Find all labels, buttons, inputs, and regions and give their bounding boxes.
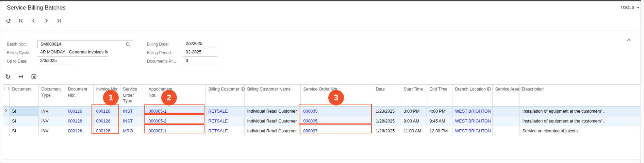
undo-icon: ↺ — [6, 18, 11, 24]
go-last-icon — [56, 18, 62, 23]
column-header-start-time[interactable]: Start Time — [401, 85, 427, 106]
column-header-billing-customer-id[interactable]: Billing Customer ID — [205, 85, 244, 106]
link-service-order-type[interactable]: INST — [123, 109, 133, 114]
chevron-up-icon — [626, 37, 631, 42]
cell-document-nbr[interactable]: 000126 — [65, 116, 93, 126]
cell-service-order-type[interactable]: MRO — [120, 126, 146, 136]
cell-branch-location-id[interactable]: WEST BRIGHTON — [452, 116, 492, 126]
grid-selector-header[interactable] — [3, 85, 9, 106]
billing-date-value: 2/3/2025 — [183, 40, 217, 48]
column-header-label: Document — [12, 86, 32, 93]
cell-invoice-nbr[interactable]: 000126 — [93, 126, 120, 136]
table-row[interactable]: SIINV000126000126INST000005-2RETSALEIndi… — [3, 116, 640, 126]
link-document-nbr[interactable]: 000126 — [68, 129, 82, 133]
table-row[interactable]: SIINV000126000126INST000005-1RETSALEIndi… — [3, 106, 640, 116]
cell-invoice-nbr[interactable]: 000126 — [93, 116, 120, 126]
cell-service-order-nbr[interactable]: 000005 — [300, 116, 373, 126]
link-appointment-nbr[interactable]: 000005-2 — [149, 119, 167, 124]
collapse-panel-button[interactable] — [626, 37, 632, 43]
cell-billing-customer-id[interactable]: RETSALE — [205, 116, 244, 126]
link-invoice-nbr[interactable]: 000126 — [96, 109, 111, 114]
tools-menu-button[interactable]: TOOLS — [621, 5, 640, 10]
link-invoice-nbr[interactable]: 000126 — [96, 129, 111, 133]
cell-service-order-nbr[interactable]: 000005 — [300, 106, 373, 116]
link-branch-location-id[interactable]: WEST BRIGHTON — [455, 129, 491, 133]
cell-branch-location-id[interactable]: WEST BRIGHTON — [452, 106, 492, 116]
value-document-type: INV — [42, 129, 49, 133]
link-document-nbr[interactable]: 000126 — [68, 119, 82, 124]
link-service-order-nbr[interactable]: 000007 — [303, 129, 318, 133]
column-header-document-type[interactable]: Document Type — [38, 85, 65, 106]
column-header-label: Description — [523, 86, 544, 93]
link-service-order-type[interactable]: MRO — [123, 129, 133, 133]
go-previous-button[interactable] — [30, 17, 37, 25]
billing-period-label: Billing Period: — [147, 50, 182, 55]
cell-document-nbr[interactable]: 000126 — [65, 106, 93, 116]
column-header-service-order-nbr[interactable]: Service Order Nbr. — [300, 85, 373, 106]
fit-to-width-button[interactable] — [17, 73, 24, 80]
cell-branch-location-id[interactable]: WEST BRIGHTON — [452, 126, 492, 136]
export-to-excel-button[interactable] — [30, 73, 37, 80]
cell-appointment-nbr[interactable]: 000005-2 — [146, 116, 205, 126]
batch-nbr-value: SM000014 — [40, 42, 61, 47]
column-header-service-order-type[interactable]: Service Order Type — [120, 85, 146, 106]
link-billing-customer-id[interactable]: RETSALE — [209, 119, 228, 124]
link-branch-location-id[interactable]: WEST BRIGHTON — [455, 109, 491, 114]
column-header-end-time[interactable]: End Time — [427, 85, 452, 106]
link-service-order-type[interactable]: INST — [123, 119, 133, 124]
link-appointment-nbr[interactable]: 000007-1 — [149, 129, 167, 133]
cell-document-type: INV — [38, 106, 65, 116]
service-documents-grid: DocumentDocument TypeDocument Nbr.Invoic… — [3, 84, 640, 160]
billing-cycle-input[interactable]: AP MONDAY - Generate Invoices from Ap — [37, 49, 108, 56]
column-header-branch-location-id[interactable]: Branch Location ID — [452, 85, 492, 106]
value-document-type: INV — [42, 119, 49, 124]
link-billing-customer-id[interactable]: RETSALE — [209, 129, 228, 133]
cell-document-type: INV — [38, 126, 65, 136]
column-header-label: Start Time — [404, 86, 423, 93]
cell-appointment-nbr[interactable]: 000005-1 — [146, 106, 205, 116]
go-first-button[interactable] — [17, 17, 25, 25]
column-header-service-area-id[interactable]: Service Area ID — [492, 85, 519, 106]
link-document-nbr[interactable]: 000126 — [68, 109, 82, 114]
cell-start-time: 9:00 AM — [401, 116, 427, 126]
column-header-label: Service Order Nbr. — [303, 86, 339, 93]
batch-nbr-input[interactable]: SM000014 — [37, 40, 133, 48]
go-next-button[interactable] — [43, 17, 50, 25]
cell-service-order-type[interactable]: INST — [120, 116, 146, 126]
value-date: 1/28/2025 — [376, 119, 395, 124]
column-header-document[interactable]: Document — [9, 85, 38, 106]
link-billing-customer-id[interactable]: RETSALE — [209, 109, 228, 114]
record-nav-toolbar: ↺ — [5, 17, 63, 25]
cell-billing-customer-id[interactable]: RETSALE — [205, 126, 244, 136]
column-header-billing-customer-name[interactable]: Billing Customer Name — [244, 85, 300, 106]
cell-service-order-nbr[interactable]: 000007 — [300, 126, 373, 136]
row-selector-cell[interactable] — [3, 106, 9, 116]
refresh-button[interactable]: ↻ — [4, 73, 12, 80]
value-start-time: 9:00 AM — [404, 119, 419, 124]
link-appointment-nbr[interactable]: 000005-1 — [149, 109, 167, 114]
column-header-invoice-nbr[interactable]: Invoice Nbr. — [93, 85, 120, 106]
cell-appointment-nbr[interactable]: 000007-1 — [146, 126, 205, 136]
go-last-button[interactable] — [55, 17, 63, 25]
column-header-description[interactable]: Description — [519, 85, 640, 106]
billing-period-input[interactable]: 02-2025 — [183, 49, 217, 56]
column-header-document-nbr[interactable]: Document Nbr. — [65, 85, 93, 106]
link-invoice-nbr[interactable]: 000126 — [96, 119, 111, 124]
cell-invoice-nbr[interactable]: 000126 — [93, 106, 120, 116]
row-selector-cell[interactable] — [3, 116, 9, 126]
documents-processed-label: Documents Pr... — [147, 59, 182, 64]
table-row[interactable]: SIINV000126000126MRO000007-1RETSALEIndiv… — [3, 126, 640, 136]
column-header-appointment-nbr[interactable]: Appointment Nbr. — [146, 85, 205, 106]
column-header-label: Billing Customer ID — [209, 86, 245, 93]
cell-billing-customer-id[interactable]: RETSALE — [205, 106, 244, 116]
link-branch-location-id[interactable]: WEST BRIGHTON — [455, 119, 491, 124]
search-icon[interactable] — [126, 42, 131, 47]
cell-service-order-type[interactable]: INST — [120, 106, 146, 116]
column-header-date[interactable]: Date — [373, 85, 401, 106]
cell-document-nbr[interactable]: 000126 — [65, 126, 93, 136]
column-header-label: Appointment Nbr. — [149, 86, 179, 98]
link-service-order-nbr[interactable]: 000005 — [303, 109, 318, 114]
row-selector-cell[interactable] — [3, 126, 9, 136]
link-service-order-nbr[interactable]: 000005 — [303, 119, 318, 124]
cancel-undo-button[interactable]: ↺ — [5, 17, 12, 25]
